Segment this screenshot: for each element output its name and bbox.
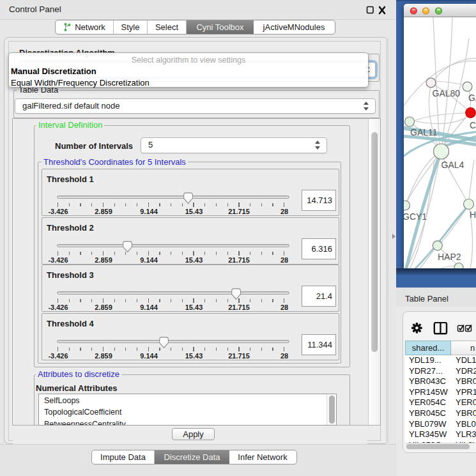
svg-text:GAL4: GAL4: [441, 160, 464, 170]
svg-text:HAP2: HAP2: [438, 252, 461, 262]
svg-text:GAL80: GAL80: [433, 88, 461, 98]
svg-text:HA: HA: [470, 210, 476, 220]
svg-text:GA: GA: [468, 93, 476, 103]
svg-text:CY: CY: [470, 120, 476, 130]
svg-text:GCY1: GCY1: [404, 211, 427, 222]
svg-text:GAL11: GAL11: [410, 127, 438, 137]
